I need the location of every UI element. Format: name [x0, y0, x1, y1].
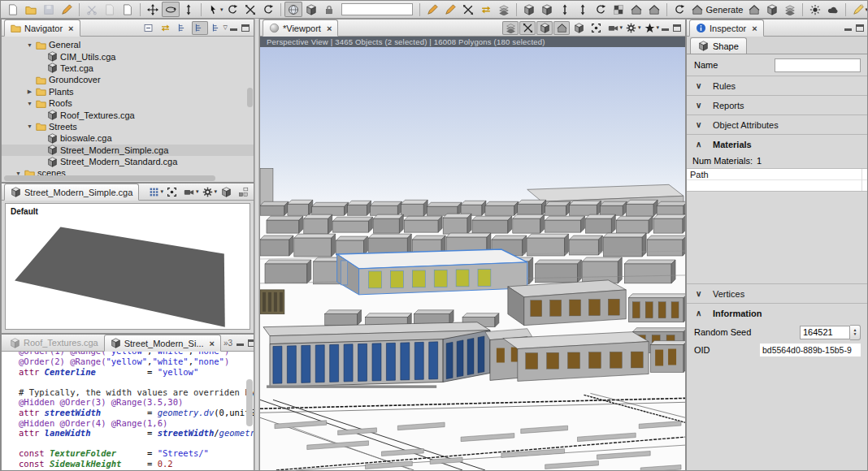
viewport-3d-scene[interactable] [260, 47, 685, 470]
settings-gear-button[interactable] [623, 21, 640, 35]
wireframe-mode-button[interactable] [502, 21, 519, 35]
tree-item[interactable]: Groundcover [2, 74, 254, 85]
frame-world-button[interactable] [284, 2, 302, 17]
align-graph-button[interactable] [477, 2, 495, 17]
tree-item[interactable]: CIM_Utils.cga [2, 50, 254, 62]
isolate-button[interactable] [571, 21, 587, 35]
generate-preview-button[interactable] [218, 185, 234, 199]
lock-view-button[interactable] [320, 2, 338, 17]
tab-overflow-button[interactable]: »3 [221, 339, 235, 348]
stepper-down-icon[interactable]: ▼ [853, 332, 857, 336]
generate-button[interactable] [688, 2, 706, 17]
section-information[interactable]: ∧ Information [687, 303, 868, 322]
maximize-icon[interactable] [241, 24, 250, 32]
update-seed-button[interactable] [745, 2, 763, 17]
cut-button[interactable] [83, 2, 101, 17]
settings-gear-button[interactable] [199, 185, 215, 199]
link-editor-button[interactable] [158, 21, 174, 35]
code-editor[interactable]: @Order(1) @Range("yellow","white","none"… [2, 352, 254, 470]
delete-models-button[interactable] [781, 2, 799, 17]
section-materials[interactable]: ∧ Materials [687, 134, 868, 153]
tab-rule-preview[interactable]: Street_Modern_Simple.cga [4, 184, 139, 201]
tree-item[interactable]: Roof_Textures.cga [2, 109, 254, 120]
close-icon[interactable]: × [68, 24, 73, 33]
view-menu-icon[interactable]: ▽ [224, 24, 228, 31]
rule-info-button[interactable] [235, 185, 251, 199]
extrude-shape-button[interactable] [538, 2, 556, 17]
cleanup-graph-button[interactable] [459, 2, 477, 17]
paste-button[interactable] [119, 2, 137, 17]
path-column-header[interactable]: Path [687, 169, 868, 180]
texture-shape-button[interactable] [610, 2, 627, 17]
brush-button[interactable] [58, 2, 76, 17]
filter-view-button[interactable] [209, 21, 225, 35]
tree-item[interactable]: bioswale.cga [2, 132, 254, 144]
chevron-down-icon[interactable]: ▾ [638, 24, 641, 31]
minimize-icon[interactable] [237, 340, 244, 346]
transform-button[interactable] [224, 2, 241, 17]
chevron-down-icon[interactable]: ▾ [220, 6, 224, 13]
camera-button[interactable] [605, 21, 621, 35]
orbit-model-button[interactable] [302, 2, 320, 17]
minimize-icon[interactable] [844, 25, 852, 31]
chevron-down-icon[interactable]: ▾ [160, 188, 163, 195]
roof-hip-button[interactable] [645, 2, 663, 17]
random-seed-input[interactable] [800, 326, 850, 339]
tree-item[interactable]: Street_Modern_Simple.cga [2, 145, 254, 156]
save-button[interactable] [40, 2, 58, 17]
close-icon[interactable]: × [752, 24, 757, 33]
section-reports[interactable]: ∨ Reports [687, 95, 868, 115]
tree-item[interactable]: Street_Modern_Standard.cga [2, 156, 254, 167]
tab-shape[interactable]: Shape [690, 37, 747, 54]
spin-button[interactable] [259, 2, 277, 17]
shaded-mode-button[interactable] [536, 21, 553, 35]
toolbar-search-input[interactable] [341, 3, 413, 15]
reverse-normals-button[interactable] [592, 2, 610, 17]
copy-button[interactable] [101, 2, 119, 17]
chevron-down-icon[interactable]: ▾ [865, 6, 868, 13]
name-input[interactable] [775, 58, 861, 72]
editor-scrollbar[interactable] [246, 379, 253, 426]
minimize-icon[interactable] [230, 25, 237, 31]
tab-inspector[interactable]: Inspector × [689, 19, 764, 37]
tree-open-arrow[interactable]: ▼ [26, 42, 33, 48]
camera-button[interactable] [181, 185, 197, 199]
maximize-icon[interactable] [673, 24, 681, 32]
grid-layout-button[interactable] [145, 185, 162, 199]
collapse-all-button[interactable] [141, 21, 157, 35]
tree-view-button[interactable] [175, 21, 191, 35]
assign-rule-button[interactable] [671, 2, 688, 17]
horizontal-scrollbar[interactable] [4, 175, 245, 181]
tab-navigator[interactable]: Navigator × [4, 19, 80, 37]
tree-item[interactable]: ▼General [2, 39, 254, 50]
orbit-button[interactable] [162, 2, 180, 17]
close-icon[interactable]: × [327, 24, 332, 33]
bookmarks-button[interactable] [641, 21, 658, 35]
align-terrain-button[interactable] [495, 2, 513, 17]
tab-roof-textures[interactable]: Roof_Textures.cga [4, 335, 104, 351]
generate-options-button[interactable] [763, 2, 781, 17]
chevron-down-icon[interactable]: ▾ [214, 188, 217, 195]
minimize-icon[interactable] [662, 25, 669, 31]
pan-button[interactable] [144, 2, 162, 17]
maximize-icon[interactable] [248, 339, 254, 347]
close-icon[interactable]: × [210, 339, 215, 348]
materials-table[interactable]: Path [687, 168, 868, 192]
section-rules[interactable]: ∨ Rules [687, 76, 868, 95]
generate-label[interactable]: Generate [706, 5, 744, 15]
vertical-scrollbar[interactable] [247, 39, 253, 174]
section-object-attributes[interactable]: ∨ Object Attributes [687, 115, 868, 134]
tree-item[interactable]: ▶Plants [2, 86, 254, 97]
edit-graph-button[interactable] [441, 2, 459, 17]
frame-selection-button[interactable] [588, 21, 604, 35]
chevron-down-icon[interactable]: ▾ [656, 24, 659, 31]
tab-street-modern-simple[interactable]: Street_Modern_Si... × [104, 335, 221, 352]
dolly-button[interactable] [180, 2, 197, 17]
chevron-down-icon[interactable]: ▾ [619, 24, 623, 31]
tree-item[interactable]: Text.cga [2, 63, 254, 74]
tree-item[interactable]: ▼Streets [2, 121, 254, 132]
sun-button[interactable] [806, 2, 824, 17]
open-button[interactable] [22, 2, 40, 17]
textured-mode-button[interactable] [553, 21, 570, 35]
split-shape-button[interactable] [556, 2, 574, 17]
